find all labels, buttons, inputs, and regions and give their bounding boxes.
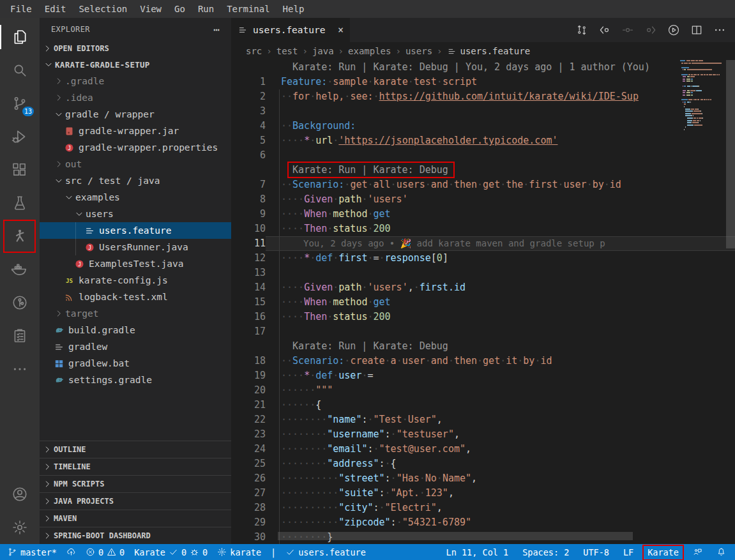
previous-change-icon[interactable] (598, 24, 611, 36)
code-line-2[interactable]: 2··for·help,·see:·https://github.com/int… (231, 89, 735, 104)
code-line-26[interactable]: 26··········"street":·"Has·No·Name", (231, 471, 735, 486)
line-number[interactable]: 16 (231, 310, 266, 324)
code-line-18[interactable]: 18··Scenario:·create·a·user·and·then·get… (231, 354, 735, 368)
line-number[interactable]: 14 (231, 280, 266, 295)
line-number[interactable]: 6 (231, 148, 266, 163)
menu-selection[interactable]: Selection (72, 4, 133, 14)
tree-item-karate-config.js[interactable]: JSkarate-config.js (40, 272, 231, 289)
more-actions-icon[interactable] (713, 24, 726, 36)
tree-item-usersrunner.java[interactable]: JUsersRunner.java (40, 239, 231, 255)
status-divider[interactable]: | (271, 547, 276, 557)
activity-karate[interactable] (0, 220, 40, 253)
line-number[interactable]: 12 (231, 251, 266, 266)
line-number[interactable]: 4 (231, 119, 266, 133)
status-problems[interactable]: 00 (86, 547, 125, 557)
code-line-24[interactable]: 24········"email":·"test@user.com", (231, 442, 735, 457)
split-editor-icon[interactable] (690, 24, 703, 36)
code-line-28[interactable]: 28··········"city":·"Electri", (231, 501, 735, 515)
line-number[interactable]: 20 (231, 383, 266, 398)
menu-view[interactable]: View (133, 4, 168, 14)
breadcrumb-java[interactable]: java (312, 46, 334, 56)
line-number[interactable]: 7 (231, 178, 266, 192)
tree-item-settings.gradle[interactable]: settings.gradle (40, 372, 231, 388)
code-line-17[interactable]: 17 (231, 324, 735, 339)
status-eol[interactable]: LF (623, 547, 633, 557)
line-number[interactable]: 28 (231, 501, 266, 515)
code-line-11[interactable]: 11You, 2 days ago • 🎉 add karate maven a… (231, 236, 735, 251)
code-line-21[interactable]: 21······{ (231, 398, 735, 412)
activity-testing[interactable] (0, 186, 40, 220)
code-line-10[interactable]: 10····Then·status·200 (231, 222, 735, 236)
tree-item-gradlew[interactable]: gradlew (40, 338, 231, 355)
line-number[interactable]: 25 (231, 457, 266, 471)
line-number[interactable]: 15 (231, 295, 266, 310)
code-line-9[interactable]: 9····When·method·get (231, 207, 735, 222)
tree-item-logback-test.xml[interactable]: logback-test.xml (40, 289, 231, 305)
tree-item-target[interactable]: target (40, 305, 231, 322)
activity-more-views[interactable] (0, 352, 40, 386)
code-line-19[interactable]: 19····*·def·user·= (231, 368, 735, 383)
line-number[interactable]: 29 (231, 515, 266, 530)
codelens[interactable]: Karate: Run | Karate: Debug (231, 339, 735, 354)
line-number[interactable]: 5 (231, 133, 266, 148)
line-number[interactable]: 21 (231, 398, 266, 412)
sidebar-section-java-projects[interactable]: JAVA PROJECTS (40, 492, 231, 510)
line-number[interactable]: 19 (231, 368, 266, 383)
go-to-change-icon[interactable] (621, 24, 634, 36)
code-line-14[interactable]: 14····Given·path·'users',·first.id (231, 280, 735, 295)
code-line-7[interactable]: 7··Scenario:·get·all·users·and·then·get·… (231, 178, 735, 192)
code-line-25[interactable]: 25········"address":·{ (231, 457, 735, 471)
run-file-icon[interactable] (667, 24, 680, 36)
line-number[interactable]: 1 (231, 75, 266, 89)
line-number[interactable]: 18 (231, 354, 266, 368)
code-line-15[interactable]: 15····When·method·get (231, 295, 735, 310)
code-line-13[interactable]: 13 (231, 266, 735, 280)
status-encoding[interactable]: UTF-8 (583, 547, 609, 557)
code-line-8[interactable]: 8····Given·path·'users' (231, 192, 735, 207)
breadcrumb-users[interactable]: users (405, 46, 432, 56)
status-karate-test-results[interactable]: Karate00 (134, 547, 208, 557)
tree-item-examplestest.java[interactable]: JExamplesTest.java (40, 255, 231, 272)
breadcrumb-examples[interactable]: examples (348, 46, 391, 56)
tree-item-examples[interactable]: examples (40, 189, 231, 206)
sidebar-section-npm-scripts[interactable]: NPM SCRIPTS (40, 475, 231, 492)
activity-extensions[interactable] (0, 153, 40, 186)
sidebar-section-outline[interactable]: OUTLINE (40, 441, 231, 458)
status-language-mode[interactable]: Karate (648, 547, 679, 557)
status-cursor-position[interactable]: Ln 11, Col 1 (446, 547, 509, 557)
line-number[interactable]: 13 (231, 266, 266, 280)
code-line-20[interactable]: 20······""" (231, 383, 735, 398)
line-number[interactable]: 26 (231, 471, 266, 486)
code-line-12[interactable]: 12····*·def·first·=·response[0] (231, 251, 735, 266)
code-line-23[interactable]: 23········"username":·"testuser", (231, 427, 735, 442)
menu-edit[interactable]: Edit (38, 4, 73, 14)
code-line-5[interactable]: 5····*·url·'https://jsonplaceholder.typi… (231, 133, 735, 148)
line-number[interactable]: 23 (231, 427, 266, 442)
line-number[interactable]: 10 (231, 222, 266, 236)
code-line-4[interactable]: 4··Background: (231, 119, 735, 133)
codelens[interactable]: Karate: Run | Karate: Debug (231, 163, 735, 178)
line-number[interactable]: 24 (231, 442, 266, 457)
activity-search[interactable] (0, 54, 40, 87)
code-line-22[interactable]: 22········"name":·"Test·User", (231, 412, 735, 427)
code-area[interactable]: Karate: Run | Karate: Debug | You, 2 day… (231, 60, 735, 544)
sidebar-section-timeline[interactable]: TIMELINE (40, 458, 231, 475)
open-editors-section[interactable]: OPEN EDITORS (40, 41, 231, 56)
tree-item-gradle-wrapper.properties[interactable]: Jgradle-wrapper.properties (40, 139, 231, 156)
line-number[interactable]: 2 (231, 89, 266, 104)
code-line-3[interactable]: 3 (231, 104, 735, 119)
activity-run-and-debug[interactable] (0, 120, 40, 153)
compare-changes-icon[interactable] (575, 24, 588, 36)
sidebar-section-spring-boot-dashboard[interactable]: SPRING-BOOT DASHBOARD (40, 527, 231, 544)
sidebar-section-maven[interactable]: MAVEN (40, 510, 231, 527)
code-line-16[interactable]: 16····Then·status·200 (231, 310, 735, 324)
close-tab-icon[interactable]: × (338, 24, 344, 36)
status-indentation[interactable]: Spaces: 2 (522, 547, 569, 557)
vertical-scrollbar[interactable] (725, 60, 735, 544)
tree-item-.gradle[interactable]: .gradle (40, 73, 231, 89)
activity-source-control[interactable]: 13 (0, 87, 40, 120)
line-number[interactable]: 30 (231, 530, 266, 544)
activity-settings[interactable] (0, 511, 40, 544)
tree-item-gradlew.bat[interactable]: gradlew.bat (40, 355, 231, 372)
activity-git-graph[interactable] (0, 286, 40, 319)
